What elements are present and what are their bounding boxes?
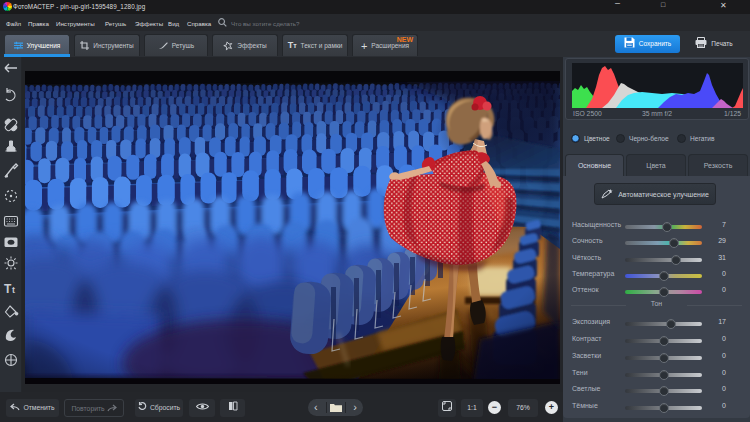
svg-text:t: t	[12, 285, 15, 295]
svg-text:T: T	[4, 282, 12, 296]
